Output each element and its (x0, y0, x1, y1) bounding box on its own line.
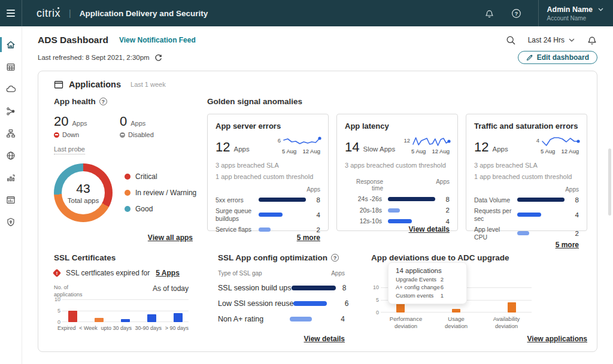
row-label: App level CPU (474, 226, 512, 241)
view-all-apps-link[interactable]: View all apps (148, 233, 193, 242)
note-sla: 3 apps breached SLA (474, 160, 579, 171)
applications-card: Applications Last 1 week App health? 20A… (38, 71, 597, 352)
sidebar-item-applications[interactable] (0, 56, 22, 78)
table-row: 24s -26s8 (345, 195, 450, 203)
x-label: > 90 days (165, 325, 189, 331)
apps-down-unit: Apps (72, 120, 87, 127)
chevron-down-icon (598, 8, 603, 11)
traffic-saturation-card: Traffic and saturation errors 12Apps 4 5… (466, 114, 587, 231)
user-menu[interactable]: Admin Name Account Name (539, 5, 613, 22)
disabled-status-label: Disabled (128, 131, 154, 138)
x-label: < Week (79, 325, 98, 331)
apps-down-count: 20 (54, 114, 68, 129)
help-icon[interactable]: ? (331, 254, 339, 262)
citrix-logo-text: citrix (37, 7, 60, 19)
x-label: upto 30 days (101, 325, 132, 331)
apps-count-unit: Apps (233, 145, 249, 153)
app-health-section: App health? 20Apps Down 0Apps Disabled L… (54, 97, 193, 242)
bar-under-week (95, 318, 104, 323)
row-bar (517, 231, 529, 235)
main-content: ADS Dashboard View Notification Feed Las… (22, 26, 613, 364)
tooltip-row: Custom events1 (396, 292, 459, 299)
warning-dot (125, 190, 131, 196)
row-label: Data Volume (474, 196, 512, 204)
tooltip-value: 6 (441, 284, 459, 290)
tooltip-label: A+ config change (396, 284, 440, 290)
table-row: 20s-18s2 (345, 207, 450, 214)
apps-disabled-unit: Apps (131, 120, 145, 127)
sparkline-chart (283, 136, 320, 148)
bar-upto-30-days (121, 319, 130, 323)
x-label: Expired (57, 325, 76, 331)
row-label: Non A+ rating (218, 315, 290, 323)
y-tick: 5 (53, 308, 60, 314)
bar-expired (68, 311, 77, 322)
row-bar (259, 228, 271, 232)
view-applications-link[interactable]: View applications (527, 335, 587, 343)
breach-notes: 3 apps breached SLA 1 app breached custo… (474, 160, 579, 183)
table-row: SSL session build ups8 (218, 284, 345, 292)
ssl-expired-alert: SSL certficates expired for 5 Apps (54, 269, 196, 277)
five-apps-link[interactable]: 5 Apps (156, 269, 180, 277)
legend-critical: Critical (125, 172, 196, 181)
bar-over-90-days (174, 313, 183, 322)
ssl-alert-text: SSL certficates expired for (66, 269, 150, 277)
row-bar (388, 208, 400, 213)
legend-critical-label: Critical (135, 172, 157, 181)
shield-lock-icon (5, 217, 16, 228)
value-column-header: Apps (565, 186, 579, 193)
five-more-link[interactable]: 5 more (556, 241, 579, 249)
view-notification-feed-link[interactable]: View Notification Feed (119, 36, 196, 44)
search-icon[interactable] (506, 35, 516, 46)
row-bar (293, 301, 327, 306)
sidebar-item-reports[interactable] (0, 189, 22, 211)
row-value: 2 (569, 230, 579, 237)
row-column-header: Response time (345, 178, 383, 192)
sidebar-item-cloud[interactable] (0, 78, 22, 100)
slow-apps-unit: Slow Apps (363, 145, 395, 153)
note-sla: 3 apps breached SLA (216, 160, 320, 171)
tooltip-row: A+ config change6 (396, 284, 459, 290)
sidebar-item-analytics[interactable] (0, 166, 22, 189)
table-row: Low SSl session reuse6 (218, 299, 345, 308)
disabled-status-icon (120, 132, 125, 138)
note-threshold: 3 apps breached custom threshold (345, 160, 450, 171)
tooltip-title: 14 applications (396, 267, 459, 274)
sparkline-value: 12 (403, 137, 410, 144)
hamburger-menu-icon[interactable] (0, 0, 22, 26)
view-details-link[interactable]: View details (304, 335, 345, 343)
sidebar-item-topology[interactable] (0, 100, 22, 122)
help-icon[interactable]: ? (99, 98, 107, 105)
topbar-help-icon[interactable]: ? (511, 8, 521, 19)
topbar-bell-icon[interactable] (484, 8, 494, 19)
five-more-link[interactable]: 5 more (297, 233, 320, 242)
trend-sparkline: 12 5 Aug12 Aug (403, 136, 450, 154)
app-latency-card: App latency 14Slow Apps 12 5 Aug12 Aug (336, 114, 458, 231)
last-refreshed: Last refreshed: 8 Sept 2021, 2:30pm (38, 54, 162, 62)
total-apps-count: 43 (76, 181, 90, 196)
breach-notes: 3 apps breached SLA 1 app breached custo… (216, 160, 320, 183)
sidebar-item-home[interactable] (0, 34, 22, 56)
sidebar-item-load-balancing[interactable] (0, 122, 22, 144)
adc-tooltip: 14 applications Upgrade Events2 A+ confi… (388, 262, 467, 304)
golden-signals-title: Golden signal anomalies (207, 97, 302, 106)
refresh-icon[interactable] (154, 54, 162, 62)
down-status-label: Down (62, 131, 79, 138)
sidebar-item-security[interactable] (0, 211, 22, 233)
sidebar-item-global-network[interactable] (0, 144, 22, 166)
adc-deviations-title: App deviations due to ADC upgrade (371, 253, 509, 262)
apps-count-unit: Apps (492, 145, 508, 153)
edit-dashboard-button[interactable]: Edit dashboard (518, 51, 597, 64)
tooltip-label: Upgrade Events (396, 276, 436, 283)
product-title: Application Delivery and Security (80, 9, 208, 18)
notification-bell-icon[interactable] (587, 35, 597, 46)
apps-disabled-count: 0 (120, 114, 127, 129)
network-icon (5, 128, 16, 139)
view-details-link[interactable]: View details (409, 225, 450, 233)
time-range-selector[interactable]: Last 24 Hrs (528, 36, 575, 44)
card-title: Traffic and saturation errors (474, 122, 579, 131)
row-bar (259, 213, 283, 217)
ssl-certificates-title: SSL Certificates (54, 253, 116, 262)
citrix-logo: citrix (37, 7, 60, 20)
scrollbar-thumb[interactable] (608, 148, 611, 216)
